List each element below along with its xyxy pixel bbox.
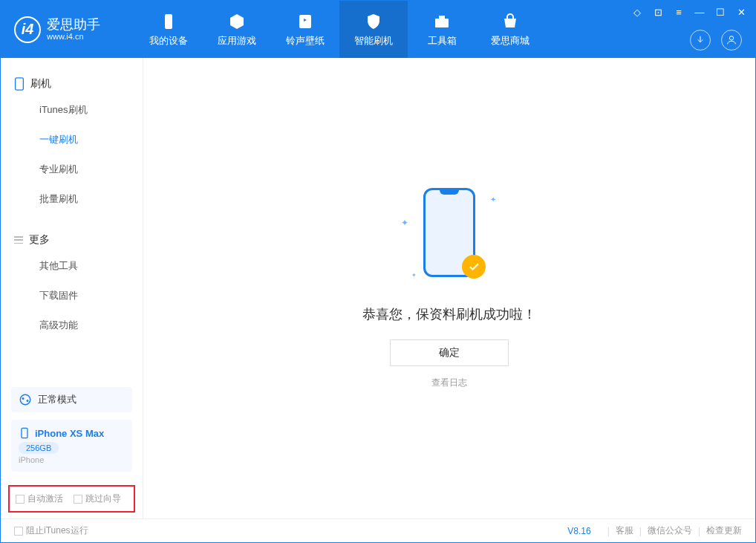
group-head-more: 更多 — [1, 229, 143, 251]
success-illustration: ✦ ✦ ✦ — [416, 188, 483, 284]
device-mode: 正常模式 — [38, 393, 76, 406]
logo-icon: i4 — [14, 16, 41, 43]
device-type: iPhone — [19, 455, 125, 464]
group-more: 更多 其他工具 下载固件 高级功能 — [1, 221, 143, 348]
tab-label: 工具箱 — [428, 34, 457, 48]
tab-my-device[interactable]: 我的设备 — [134, 1, 203, 58]
flash-options-highlight: 自动激活 跳过向导 — [8, 485, 135, 513]
sparkle-icon: ✦ — [490, 195, 496, 204]
separator: | — [698, 526, 700, 536]
device-phone-icon — [19, 427, 30, 439]
toolbox-icon — [432, 12, 452, 31]
sidebar-item-oneclick-flash[interactable]: 一键刷机 — [1, 125, 143, 155]
svg-rect-0 — [165, 14, 172, 29]
footer-links: V8.16 | 客服 | 微信公众号 | 检查更新 — [567, 524, 742, 537]
app-title: 爱思助手 — [47, 18, 100, 33]
checkbox-icon — [14, 527, 23, 536]
version-label: V8.16 — [567, 526, 590, 536]
footer: 阻止iTunes运行 V8.16 | 客服 | 微信公众号 | 检查更新 — [1, 518, 755, 542]
tab-store[interactable]: 爱思商城 — [476, 1, 544, 58]
device-panel: 正常模式 iPhone XS Max 256GB iPhone — [1, 380, 143, 479]
svg-rect-2 — [435, 19, 449, 27]
music-icon — [296, 12, 315, 31]
sidebar-item-pro-flash[interactable]: 专业刷机 — [1, 155, 143, 184]
footer-link-wechat[interactable]: 微信公众号 — [648, 524, 692, 537]
footer-link-update[interactable]: 检查更新 — [706, 524, 742, 537]
device-icon — [159, 12, 178, 31]
close-icon[interactable]: ✕ — [734, 5, 748, 19]
sparkle-icon: ✦ — [401, 218, 408, 228]
checkbox-block-itunes[interactable]: 阻止iTunes运行 — [14, 524, 88, 537]
group-title: 刷机 — [30, 77, 51, 91]
maximize-icon[interactable]: ☐ — [714, 5, 727, 19]
checkbox-auto-activate[interactable]: 自动激活 — [16, 492, 63, 505]
group-title: 更多 — [29, 233, 50, 247]
header-actions — [690, 30, 742, 51]
device-storage: 256GB — [19, 442, 59, 454]
body: 刷机 iTunes刷机 一键刷机 专业刷机 批量刷机 更多 其他工具 下载固件 … — [1, 58, 755, 518]
tab-smart-flash[interactable]: 智能刷机 — [339, 1, 408, 58]
tab-toolbox[interactable]: 工具箱 — [408, 1, 476, 58]
checkbox-label: 阻止iTunes运行 — [26, 524, 88, 537]
minimize-icon[interactable]: — — [693, 5, 706, 19]
group-flash: 刷机 iTunes刷机 一键刷机 专业刷机 批量刷机 — [1, 65, 143, 221]
view-log-link[interactable]: 查看日志 — [431, 377, 467, 389]
skin-icon[interactable]: ◇ — [630, 5, 644, 19]
svg-point-7 — [22, 397, 25, 400]
sidebar-item-download-firmware[interactable]: 下载固件 — [1, 281, 143, 310]
list-icon — [14, 236, 23, 244]
checkbox-skip-guide[interactable]: 跳过向导 — [74, 492, 121, 505]
checkbox-icon — [16, 495, 25, 504]
window-controls: ◇ ⊡ ≡ — ☐ ✕ — [630, 5, 748, 19]
refresh-icon — [19, 393, 32, 406]
tab-label: 我的设备 — [149, 34, 188, 48]
sidebar-item-itunes-flash[interactable]: iTunes刷机 — [1, 95, 143, 125]
svg-rect-9 — [22, 428, 27, 438]
phone-icon — [14, 77, 25, 91]
checkbox-label: 跳过向导 — [85, 492, 121, 505]
sparkle-icon: ✦ — [411, 272, 417, 279]
tab-apps-games[interactable]: 应用游戏 — [203, 1, 271, 58]
main-tabs: 我的设备 应用游戏 铃声壁纸 智能刷机 工具箱 爱思商城 — [134, 1, 544, 58]
logo-text: 爱思助手 www.i4.cn — [47, 18, 100, 42]
logo-area: i4 爱思助手 www.i4.cn — [1, 16, 134, 43]
svg-point-8 — [27, 400, 29, 402]
sidebar-item-advanced[interactable]: 高级功能 — [1, 310, 143, 340]
svg-rect-3 — [439, 16, 445, 19]
tab-label: 应用游戏 — [218, 34, 256, 48]
svg-point-6 — [20, 394, 30, 405]
sidebar: 刷机 iTunes刷机 一键刷机 专业刷机 批量刷机 更多 其他工具 下载固件 … — [1, 58, 143, 518]
header: i4 爱思助手 www.i4.cn 我的设备 应用游戏 铃声壁纸 智能刷机 工具… — [1, 1, 755, 58]
feedback-icon[interactable]: ⊡ — [651, 5, 665, 19]
separator: | — [639, 526, 642, 536]
svg-point-4 — [729, 36, 733, 40]
shield-icon — [364, 12, 383, 31]
separator: | — [607, 526, 610, 536]
checkbox-icon — [74, 495, 82, 504]
user-button[interactable] — [721, 30, 742, 51]
sidebar-scroll: 刷机 iTunes刷机 一键刷机 专业刷机 批量刷机 更多 其他工具 下载固件 … — [1, 58, 143, 380]
ok-button[interactable]: 确定 — [390, 339, 509, 366]
main-content: ✦ ✦ ✦ 恭喜您，保资料刷机成功啦！ 确定 查看日志 — [143, 58, 755, 518]
device-name: iPhone XS Max — [35, 428, 104, 439]
success-message: 恭喜您，保资料刷机成功啦！ — [362, 305, 536, 323]
footer-link-support[interactable]: 客服 — [616, 524, 633, 537]
tab-label: 爱思商城 — [491, 34, 529, 48]
tab-label: 铃声壁纸 — [286, 34, 325, 48]
sidebar-item-batch-flash[interactable]: 批量刷机 — [1, 184, 143, 214]
group-head-flash: 刷机 — [1, 73, 143, 95]
check-badge-icon — [462, 255, 486, 279]
app-subtitle: www.i4.cn — [47, 32, 100, 41]
svg-rect-1 — [299, 15, 311, 28]
svg-rect-5 — [16, 78, 24, 90]
checkbox-label: 自动激活 — [27, 492, 63, 505]
tab-ringtone-wallpaper[interactable]: 铃声壁纸 — [271, 1, 339, 58]
tab-label: 智能刷机 — [354, 34, 393, 48]
sidebar-item-other-tools[interactable]: 其他工具 — [1, 251, 143, 281]
menu-icon[interactable]: ≡ — [672, 5, 685, 19]
store-icon — [501, 12, 520, 31]
device-mode-card[interactable]: 正常模式 — [11, 387, 132, 412]
device-info-card[interactable]: iPhone XS Max 256GB iPhone — [11, 420, 132, 472]
cube-icon — [227, 12, 247, 31]
download-button[interactable] — [690, 30, 711, 51]
